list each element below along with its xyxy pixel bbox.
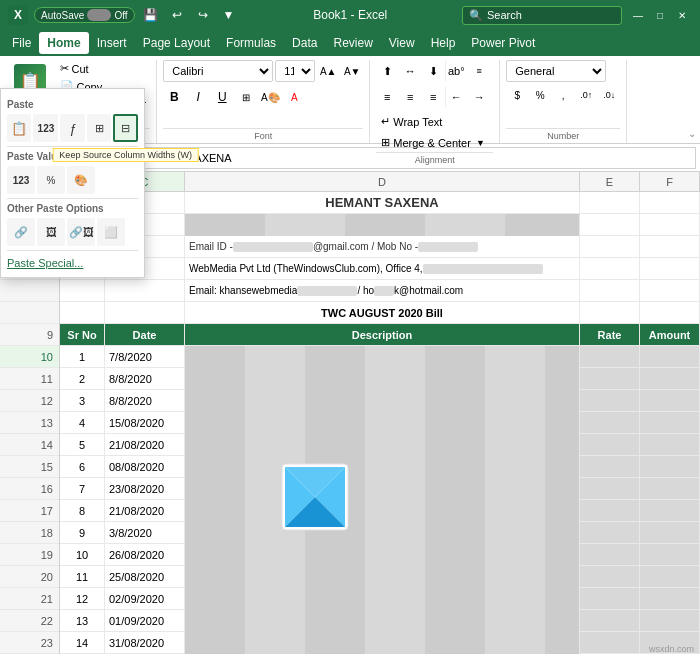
cell-date[interactable]: 25/08/2020	[105, 566, 185, 587]
paste-picture-option[interactable]: 🖼	[37, 218, 65, 246]
cell-rate-1[interactable]	[580, 346, 640, 367]
cell-amount[interactable]	[640, 522, 700, 543]
paste-link-picture-option[interactable]: 🔗🖼	[67, 218, 95, 246]
cell-amount[interactable]	[640, 456, 700, 477]
close-button[interactable]: ✕	[672, 5, 692, 25]
cell-amount[interactable]	[640, 610, 700, 631]
cell-amount[interactable]	[640, 412, 700, 433]
border-button[interactable]: ⊞	[235, 86, 257, 108]
menu-data[interactable]: Data	[284, 32, 325, 54]
qat-dropdown[interactable]: ▼	[219, 5, 239, 25]
increase-decimal-button[interactable]: .0↑	[575, 84, 597, 106]
cell-amount[interactable]	[640, 390, 700, 411]
col-header-rate[interactable]: Rate	[580, 324, 640, 345]
menu-view[interactable]: View	[381, 32, 423, 54]
cell-srno[interactable]: 2	[60, 368, 105, 389]
cell-srno[interactable]: 5	[60, 434, 105, 455]
paste-link-option[interactable]: 🔗	[7, 218, 35, 246]
cell-date[interactable]: 02/09/2020	[105, 588, 185, 609]
cell-blank[interactable]	[640, 302, 700, 323]
decrease-decimal-button[interactable]: .0↓	[598, 84, 620, 106]
col-header-date[interactable]: Date	[105, 324, 185, 345]
cell-blank[interactable]	[640, 236, 700, 257]
cell-rate[interactable]	[580, 456, 640, 477]
font-color-button[interactable]: A	[283, 86, 305, 108]
menu-insert[interactable]: Insert	[89, 32, 135, 54]
menu-home[interactable]: Home	[39, 32, 88, 54]
font-name-selector[interactable]: Calibri	[163, 60, 273, 82]
cell-desc-1[interactable]	[185, 346, 580, 368]
increase-font-button[interactable]: A▲	[317, 60, 339, 82]
cell-rate[interactable]	[580, 192, 640, 213]
cell-srno[interactable]: 4	[60, 412, 105, 433]
cell-amount[interactable]	[640, 588, 700, 609]
align-top-button[interactable]: ⬆	[376, 60, 398, 82]
cell-desc[interactable]	[185, 478, 580, 500]
align-middle-button[interactable]: ↔	[399, 60, 421, 82]
cell-date[interactable]: 26/08/2020	[105, 544, 185, 565]
cell-twc-bill[interactable]: TWC AUGUST 2020 Bill	[185, 302, 580, 323]
undo-button[interactable]: ↩	[167, 5, 187, 25]
cell-srno[interactable]: 8	[60, 500, 105, 521]
cell-srno[interactable]: 13	[60, 610, 105, 631]
ribbon-expander[interactable]: ⌄	[688, 128, 696, 139]
cell-date[interactable]: 21/08/2020	[105, 434, 185, 455]
cell-rate[interactable]	[580, 434, 640, 455]
cell-desc[interactable]	[185, 566, 580, 588]
underline-button[interactable]: U	[211, 86, 233, 108]
indent-increase-button[interactable]: →	[468, 86, 490, 108]
cell-blank[interactable]	[105, 302, 185, 323]
cell-srno[interactable]: 11	[60, 566, 105, 587]
cell-blank[interactable]	[60, 302, 105, 323]
cell-date[interactable]: 15/08/2020	[105, 412, 185, 433]
redo-button[interactable]: ↪	[193, 5, 213, 25]
percent-button[interactable]: %	[529, 84, 551, 106]
cell-rate[interactable]	[580, 478, 640, 499]
merge-dropdown-arrow[interactable]: ▼	[476, 138, 485, 148]
cell-rate[interactable]	[580, 632, 640, 653]
align-center-button[interactable]: ≡	[399, 86, 421, 108]
cell-date[interactable]: 21/08/2020	[105, 500, 185, 521]
cell-date[interactable]: 31/08/2020	[105, 632, 185, 653]
cut-button[interactable]: ✂ Cut	[56, 60, 151, 77]
number-format-selector[interactable]: General	[506, 60, 606, 82]
indent-decrease-button[interactable]: ←	[445, 86, 467, 108]
cell-rate[interactable]	[580, 588, 640, 609]
paste-option-keep-widths[interactable]: ⊟ Keep Source Column Widths (W)	[113, 114, 138, 142]
cell-desc[interactable]	[185, 610, 580, 632]
wrap-text-button[interactable]: ↵ Wrap Text	[376, 112, 490, 131]
col-header-amount[interactable]: Amount	[640, 324, 700, 345]
cell-date[interactable]: 8/8/2020	[105, 390, 185, 411]
cell-blurred[interactable]	[185, 214, 580, 236]
menu-file[interactable]: File	[4, 32, 39, 54]
cell-blank[interactable]	[640, 258, 700, 279]
paste-option-paste[interactable]: 📋	[7, 114, 31, 142]
cell-desc[interactable]	[185, 368, 580, 390]
cell-blank[interactable]	[580, 214, 640, 235]
paste-option-values[interactable]: 123	[33, 114, 58, 142]
cell-rate[interactable]	[580, 522, 640, 543]
cell-email2[interactable]: Email: khansewebmedia / hok@hotmail.com	[185, 280, 580, 301]
cell-desc[interactable]	[185, 588, 580, 610]
cell-name[interactable]: HEMANT SAXENA	[185, 192, 580, 213]
cell-desc[interactable]	[185, 412, 580, 434]
cell-rate[interactable]	[580, 566, 640, 587]
cell-blank[interactable]	[640, 280, 700, 301]
cell-amount[interactable]	[640, 544, 700, 565]
col-header-desc[interactable]: D	[185, 172, 580, 191]
col-header-description[interactable]: Description	[185, 324, 580, 345]
cell-blank[interactable]	[580, 236, 640, 257]
font-size-selector[interactable]: 11	[275, 60, 315, 82]
cell-srno[interactable]: 7	[60, 478, 105, 499]
cell-amount[interactable]	[640, 192, 700, 213]
cell-srno[interactable]: 6	[60, 456, 105, 477]
cell-srno[interactable]: 3	[60, 390, 105, 411]
angle-text-button[interactable]: ab°	[445, 60, 467, 82]
col-header-amount[interactable]: F	[640, 172, 700, 191]
cell-date[interactable]: 08/08/2020	[105, 456, 185, 477]
cell-blank[interactable]	[640, 214, 700, 235]
cell-rate[interactable]	[580, 412, 640, 433]
cell-rate[interactable]	[580, 610, 640, 631]
cell-company[interactable]: WebMedia Pvt Ltd (TheWindowsClub.com), O…	[185, 258, 580, 279]
bold-button[interactable]: B	[163, 86, 185, 108]
